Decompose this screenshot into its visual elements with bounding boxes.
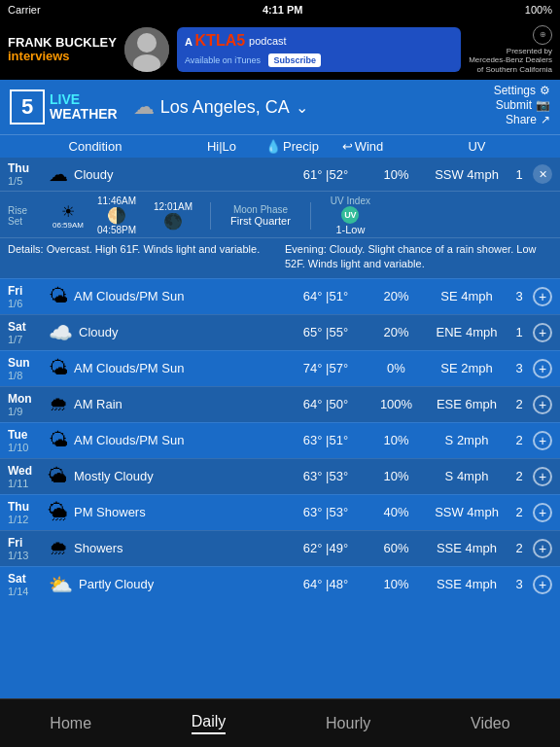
forecast-condition-text: AM Clouds/PM Sun [74, 433, 287, 447]
forecast-condition-icon: 🌤 [49, 285, 68, 307]
forecast-wind: SE 2mph [428, 361, 506, 375]
expand-button[interactable]: + [533, 575, 552, 594]
mercedes-icon: ⊕ [533, 25, 552, 45]
live-weather-label: LIVE WEATHER [50, 92, 118, 123]
camera-icon: 📷 [536, 98, 550, 112]
settings-label: Settings [494, 84, 536, 97]
live-weather-row: 5 LIVE WEATHER ☁ Los Angeles, CA ⌄ Setti… [0, 80, 560, 134]
settings-item[interactable]: Settings ⚙ [494, 84, 550, 97]
share-item[interactable]: Share ↗ [506, 113, 550, 126]
forecast-day-label: Mon 1/9 [8, 392, 43, 417]
expand-button[interactable]: + [533, 359, 552, 378]
mercedes-name: Mercedes-Benz Dealers [469, 55, 552, 65]
today-condition-text: Cloudy [74, 167, 287, 182]
set-label: Set [8, 216, 22, 227]
forecast-day-name: Tue [8, 428, 43, 442]
forecast-condition-icon: 🌥 [49, 465, 68, 487]
sunset-time: 04:58PM [97, 225, 136, 235]
podcast-label: podcast [249, 35, 287, 47]
forecast-wind: SSE 4mph [428, 541, 506, 555]
forecast-condition-text: AM Rain [74, 397, 287, 411]
forecast-precip: 100% [365, 397, 428, 411]
forecast-condition-text: PM Showers [74, 505, 287, 519]
col-precip-header: 💧 Precip [261, 139, 324, 154]
expand-button[interactable]: + [533, 539, 552, 558]
nav-daily[interactable]: Daily [192, 713, 227, 734]
forecast-wind: SSE 4mph [428, 577, 506, 591]
forecast-precip: 10% [365, 577, 428, 591]
forecast-row: Sun 1/8 🌤 AM Clouds/PM Sun 74° |57° 0% S… [0, 350, 560, 386]
forecast-day-date: 1/6 [8, 298, 43, 309]
uv-index-label: UV Index [331, 196, 370, 206]
submit-label: Submit [496, 98, 532, 112]
uv-index-value: 1-Low [335, 224, 365, 235]
droplet-icon: 💧 [265, 139, 281, 154]
battery: 100% [525, 4, 552, 16]
forecast-day-label: Thu 1/12 [8, 500, 43, 525]
chevron-down-icon[interactable]: ⌄ [296, 98, 308, 117]
submit-item[interactable]: Submit 📷 [496, 98, 550, 112]
forecast-wind: SSW 4mph [428, 505, 506, 519]
forecast-day-label: Fri 1/6 [8, 284, 43, 309]
forecast-hi-lo: 63° |53° [287, 505, 365, 519]
precip-label: Precip [283, 139, 319, 154]
today-close-button[interactable]: ✕ [533, 164, 552, 184]
wind-icon: ↩ [342, 139, 353, 154]
expand-button[interactable]: + [533, 287, 552, 306]
forecast-uv: 3 [506, 577, 533, 591]
live-text: LIVE [50, 91, 80, 107]
forecast-day-name: Mon [8, 392, 43, 406]
expand-button[interactable]: + [533, 431, 552, 450]
forecast-day-label: Sat 1/14 [8, 572, 43, 597]
forecast-day-name: Sat [8, 572, 43, 586]
share-label: Share [506, 113, 537, 126]
subscribe-button[interactable]: Subscribe [268, 53, 321, 67]
forecast-day-label: Sun 1/8 [8, 356, 43, 381]
expand-button[interactable]: + [533, 467, 552, 486]
ktla-podcast-banner[interactable]: A KTLA5 podcast Available on iTunes Subs… [177, 27, 461, 72]
col-condition-header: Condition [8, 139, 183, 154]
today-row: Thu 1/5 ☁ Cloudy 61° |52° 10% SSW 4mph 1… [0, 158, 560, 191]
presented-by: Presented by [469, 47, 552, 56]
expand-button[interactable]: + [533, 503, 552, 522]
forecast-day-name: Fri [8, 536, 43, 550]
nav-video[interactable]: Video [471, 715, 510, 732]
nav-home[interactable]: Home [50, 715, 91, 732]
location-name: Los Angeles, CA [160, 97, 290, 118]
forecast-precip: 60% [365, 541, 428, 555]
forecast-precip: 10% [365, 433, 428, 447]
gear-icon: ⚙ [540, 84, 550, 97]
today-hi-lo: 61° |52° [287, 167, 365, 182]
forecast-hi-lo: 63° |53° [287, 469, 365, 483]
column-headers: Condition Hi|Lo 💧 Precip ↩ Wind UV [0, 134, 560, 158]
share-icon: ↗ [541, 113, 550, 126]
forecast-condition-text: Mostly Cloudy [74, 469, 287, 483]
moon-phase-icon: 🌑 [163, 212, 183, 231]
forecast-day-name: Fri [8, 284, 43, 298]
expand-button[interactable]: + [533, 395, 552, 414]
forecast-condition-icon: 🌦 [49, 501, 68, 523]
rise-label: Rise [8, 205, 27, 216]
location-area[interactable]: ☁ Los Angeles, CA ⌄ [133, 94, 308, 120]
forecast-precip: 10% [365, 469, 428, 483]
forecast-uv: 2 [506, 469, 533, 483]
frank-buckley-logo[interactable]: FRANK BUCKLEY interviews [8, 36, 117, 64]
expand-button[interactable]: + [533, 323, 552, 342]
forecast-day-date: 1/10 [8, 442, 43, 453]
forecast-hi-lo: 65° |55° [287, 325, 365, 339]
forecast-condition-icon: 🌧 [49, 393, 68, 415]
col-uv-header: UV [402, 139, 552, 154]
forecast-row: Fri 1/13 🌧 Showers 62° |49° 60% SSE 4mph… [0, 530, 560, 566]
forecast-hi-lo: 74° |57° [287, 361, 365, 375]
forecast-precip: 0% [365, 361, 428, 375]
forecast-day-label: Wed 1/11 [8, 464, 43, 489]
forecast-row: Mon 1/9 🌧 AM Rain 64° |50° 100% ESE 6mph… [0, 386, 560, 422]
forecast-day-date: 1/11 [8, 478, 43, 489]
forecast-condition-icon: 🌧 [49, 537, 68, 559]
forecast-condition-text: Showers [74, 541, 287, 555]
morning-details: Details: Overcast. High 61F. Winds light… [8, 242, 275, 272]
nav-hourly[interactable]: Hourly [326, 715, 370, 732]
sun-moon-row: Rise Set ☀ 06:59AM 11:46AM 🌗 04:58PM 12:… [0, 191, 560, 237]
moon-phase-type: First Quarter [230, 215, 291, 227]
forecast-day-name: Sun [8, 356, 43, 370]
